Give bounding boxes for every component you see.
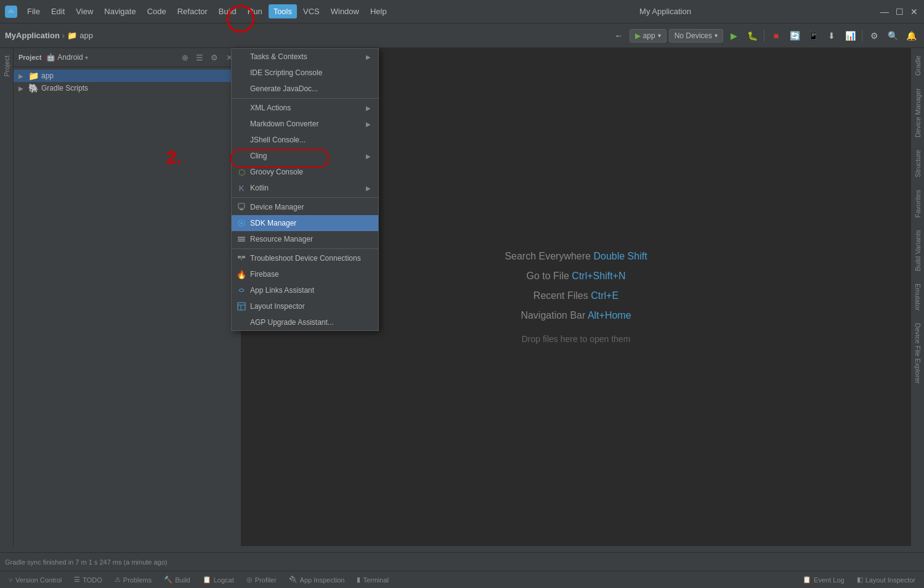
menu-vcs[interactable]: VCS bbox=[298, 4, 325, 18]
menu-firebase[interactable]: 🔥 Firebase bbox=[232, 266, 378, 282]
profile-button[interactable]: 📊 bbox=[842, 28, 858, 44]
separator-3 bbox=[232, 248, 378, 249]
kotlin-label: Kotlin bbox=[250, 184, 269, 192]
menu-kotlin[interactable]: K Kotlin ▶ bbox=[232, 180, 378, 196]
navigate-back-button[interactable]: ← bbox=[611, 28, 627, 44]
close-button[interactable]: ✕ bbox=[909, 7, 919, 17]
menu-cling[interactable]: Cling ▶ bbox=[232, 148, 378, 164]
welcome-text: Search Everywhere Double Shift Go to Fil… bbox=[505, 247, 647, 348]
search-everywhere-button[interactable]: 🔍 bbox=[885, 28, 901, 44]
avd-button[interactable]: 📱 bbox=[805, 28, 821, 44]
tab-terminal[interactable]: ▮ Terminal bbox=[351, 574, 395, 586]
tab-version-control[interactable]: ⑂ Version Control bbox=[2, 574, 68, 586]
sync-button[interactable]: 🔄 bbox=[787, 28, 803, 44]
menu-agp-upgrade[interactable]: AGP Upgrade Assistant... bbox=[232, 314, 378, 330]
cling-label: Cling bbox=[250, 152, 267, 160]
jshell-icon bbox=[237, 135, 246, 145]
menu-generate-javadoc[interactable]: Generate JavaDoc... bbox=[232, 81, 378, 97]
menu-sdk-manager[interactable]: SDK Manager bbox=[232, 215, 378, 231]
tree-item-app[interactable]: ▶ 📁 app bbox=[14, 70, 241, 82]
menu-file[interactable]: File bbox=[22, 4, 45, 18]
firebase-label: Firebase bbox=[250, 270, 279, 279]
menu-jshell[interactable]: JShell Console... bbox=[232, 132, 378, 148]
title-bar: File Edit View Navigate Code Refactor Bu… bbox=[0, 0, 924, 23]
project-tree: ▶ 📁 app ▶ 🐘 Gradle Scripts bbox=[14, 67, 241, 546]
todo-label: TODO bbox=[83, 576, 102, 584]
sidebar-item-device-explorer[interactable]: Device File Explorer bbox=[912, 318, 924, 388]
menu-build[interactable]: Build bbox=[214, 4, 241, 18]
go-to-file-shortcut: Ctrl+Shift+N bbox=[572, 271, 625, 281]
markdown-converter-icon bbox=[237, 119, 246, 129]
sidebar-item-device-manager[interactable]: Device Manager bbox=[912, 83, 924, 142]
run-button[interactable]: ▶ bbox=[726, 28, 742, 44]
event-log-icon: 📋 bbox=[803, 576, 811, 584]
tab-problems[interactable]: ⚠ Problems bbox=[108, 574, 158, 586]
menu-refactor[interactable]: Refactor bbox=[172, 4, 213, 18]
app-inspection-label: App Inspection bbox=[300, 576, 345, 584]
logcat-label: Logcat bbox=[214, 576, 234, 584]
minimize-button[interactable]: — bbox=[880, 7, 890, 17]
notifications-button[interactable]: 🔔 bbox=[903, 28, 919, 44]
menu-troubleshoot[interactable]: Troubleshoot Device Connections bbox=[232, 250, 378, 266]
menu-app-links[interactable]: App Links Assistant bbox=[232, 282, 378, 298]
project-header-icons: ⊕ ☰ ⚙ ✕ bbox=[178, 51, 236, 64]
groovy-console-icon: ⬡ bbox=[237, 167, 246, 177]
app-selector-label: app bbox=[643, 31, 655, 40]
sidebar-item-project[interactable]: Project bbox=[1, 51, 13, 81]
tab-logcat[interactable]: 📋 Logcat bbox=[197, 574, 240, 586]
project-collapse-button[interactable]: ☰ bbox=[193, 51, 206, 64]
menu-view[interactable]: View bbox=[71, 4, 98, 18]
menu-xml-actions[interactable]: XML Actions ▶ bbox=[232, 100, 378, 116]
tab-profiler[interactable]: ◎ Profiler bbox=[240, 574, 283, 586]
project-settings-button[interactable]: ⚙ bbox=[208, 51, 221, 64]
breadcrumb-module: app bbox=[79, 31, 93, 40]
sidebar-item-emulator[interactable]: Emulator bbox=[912, 279, 924, 316]
troubleshoot-icon bbox=[237, 253, 246, 263]
menu-navigate[interactable]: Navigate bbox=[99, 4, 140, 18]
svg-point-5 bbox=[240, 222, 243, 224]
maximize-button[interactable]: ☐ bbox=[894, 7, 904, 17]
android-selector-arrow: ▾ bbox=[85, 54, 88, 61]
layout-inspector-label: Layout Inspector bbox=[250, 302, 305, 311]
device-selector[interactable]: No Devices ▾ bbox=[669, 29, 723, 43]
tree-item-gradle[interactable]: ▶ 🐘 Gradle Scripts bbox=[14, 82, 241, 94]
terminal-icon: ▮ bbox=[357, 576, 360, 584]
menu-markdown-converter[interactable]: Markdown Converter ▶ bbox=[232, 116, 378, 132]
settings-button[interactable]: ⚙ bbox=[866, 28, 882, 44]
svg-rect-8 bbox=[238, 240, 245, 242]
sidebar-item-build-variants[interactable]: Build Variants bbox=[912, 225, 924, 276]
android-selector-label: Android bbox=[57, 53, 83, 62]
menu-run[interactable]: Run bbox=[243, 4, 267, 18]
menu-layout-inspector[interactable]: Layout Inspector bbox=[232, 298, 378, 314]
menu-device-manager[interactable]: Device Manager bbox=[232, 199, 378, 215]
sdk-button[interactable]: ⬇ bbox=[824, 28, 840, 44]
generate-javadoc-label: Generate JavaDoc... bbox=[250, 84, 318, 93]
menu-tasks-contexts[interactable]: Tasks & Contexts ▶ bbox=[232, 49, 378, 65]
menu-help[interactable]: Help bbox=[365, 4, 392, 18]
tab-app-inspection[interactable]: 🔌 App Inspection bbox=[283, 574, 351, 586]
menu-groovy-console[interactable]: ⬡ Groovy Console bbox=[232, 164, 378, 180]
kotlin-arrow: ▶ bbox=[366, 185, 371, 192]
breadcrumb-icon: 📁 bbox=[67, 31, 77, 40]
tab-build[interactable]: 🔨 Build bbox=[158, 574, 196, 586]
stop-button[interactable]: ■ bbox=[768, 28, 784, 44]
menu-edit[interactable]: Edit bbox=[46, 4, 70, 18]
tab-event-log[interactable]: 📋 Event Log bbox=[796, 574, 851, 586]
menu-resource-manager[interactable]: Resource Manager bbox=[232, 231, 378, 247]
android-selector[interactable]: 🤖 Android ▾ bbox=[44, 52, 90, 63]
sidebar-item-favorites[interactable]: Favorites bbox=[912, 185, 924, 223]
project-locate-button[interactable]: ⊕ bbox=[178, 51, 192, 64]
tab-layout-inspector-bottom[interactable]: ◧ Layout Inspector bbox=[851, 574, 922, 586]
window-controls: — ☐ ✕ bbox=[880, 7, 919, 17]
menu-window[interactable]: Window bbox=[326, 4, 364, 18]
app-selector[interactable]: ▶ app ▾ bbox=[630, 29, 667, 43]
menu-code[interactable]: Code bbox=[142, 4, 171, 18]
debug-button[interactable]: 🐛 bbox=[744, 28, 760, 44]
navigation-bar-label: Navigation Bar bbox=[521, 310, 588, 321]
menu-ide-scripting[interactable]: IDE Scripting Console bbox=[232, 65, 378, 81]
android-selector-icon: 🤖 bbox=[46, 53, 55, 62]
menu-tools[interactable]: Tools bbox=[269, 4, 297, 18]
sidebar-item-gradle[interactable]: Gradle bbox=[912, 51, 924, 81]
tab-todo[interactable]: ☰ TODO bbox=[68, 574, 108, 586]
sidebar-item-structure[interactable]: Structure bbox=[912, 145, 924, 182]
